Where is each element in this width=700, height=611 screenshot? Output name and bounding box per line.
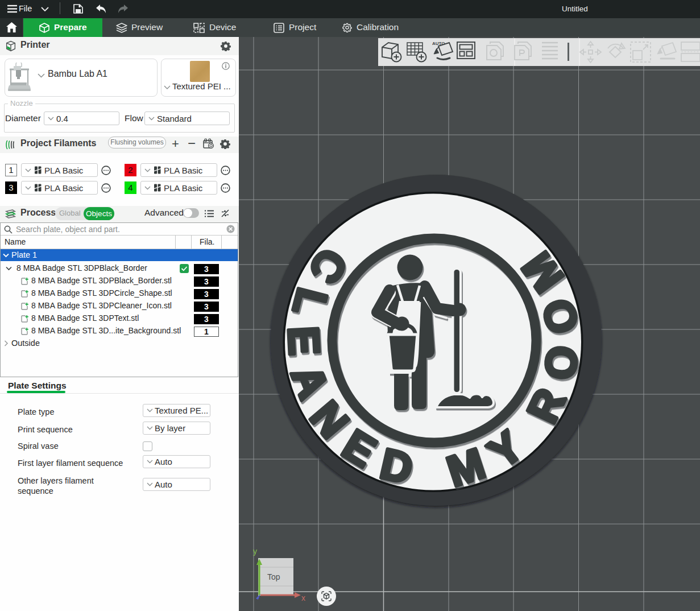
svg-text:x: x (301, 593, 305, 602)
svg-text:Top: Top (267, 572, 280, 581)
svg-text:y: y (253, 547, 257, 556)
svg-text:AUTO: AUTO (432, 41, 445, 46)
